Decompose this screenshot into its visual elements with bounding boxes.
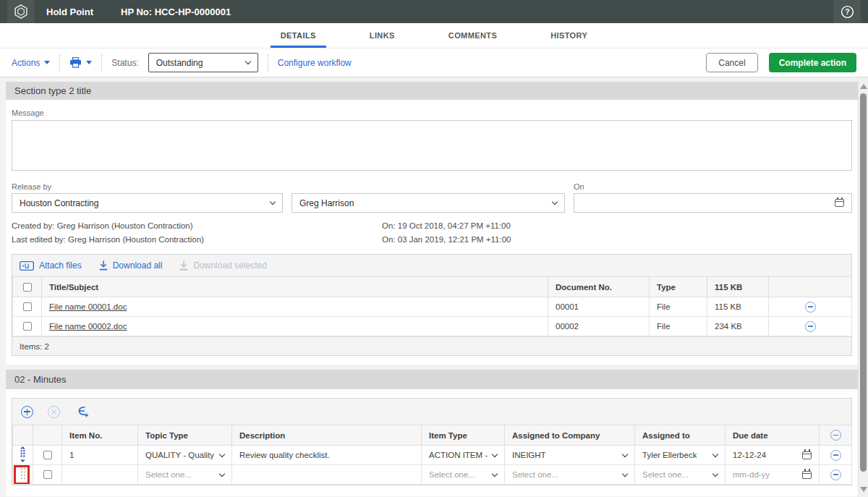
scroll-down-icon[interactable] bbox=[860, 487, 867, 492]
status-label: Status: bbox=[111, 58, 138, 68]
download-icon bbox=[179, 260, 188, 271]
link-item-icon[interactable] bbox=[75, 406, 90, 418]
release-user-select[interactable]: Greg Harrison bbox=[292, 193, 565, 213]
download-selected-label: Download selected bbox=[193, 260, 266, 271]
message-textarea[interactable] bbox=[12, 120, 852, 171]
item-type-select[interactable]: Select one... bbox=[429, 470, 497, 479]
due-date-value: 12-12-24 bbox=[733, 451, 766, 459]
assigned-company-select[interactable]: INEIGHT bbox=[512, 451, 627, 459]
release-company-select[interactable]: Houston Contracting bbox=[12, 193, 283, 213]
attachments-panel: Attach files Download all bbox=[12, 254, 852, 356]
scroll-up-icon[interactable] bbox=[860, 84, 867, 89]
status-select[interactable]: Outstanding bbox=[148, 53, 258, 72]
topic-type-select[interactable]: Select one... bbox=[145, 470, 224, 479]
minutes-table: Item No. Topic Type Description Item Typ… bbox=[12, 425, 852, 485]
chevron-down-icon bbox=[622, 451, 628, 456]
tab-history[interactable]: HISTORY bbox=[540, 23, 597, 48]
app-logo bbox=[7, 0, 35, 23]
minutes-section-title: 02 - Minutes bbox=[14, 374, 67, 385]
on-date-input[interactable] bbox=[574, 193, 852, 213]
calendar-icon[interactable] bbox=[802, 471, 812, 479]
column-topic-type: Topic Type bbox=[138, 425, 232, 446]
column-due-date: Due date bbox=[726, 425, 820, 446]
due-date-input[interactable]: 12-12-24 bbox=[733, 451, 812, 459]
assigned-to-select[interactable]: Tyler Ellerbeck bbox=[642, 451, 718, 459]
minutes-row-new: Select one... Select one... bbox=[13, 465, 852, 485]
calendar-icon[interactable] bbox=[802, 451, 812, 459]
chevron-down-icon bbox=[44, 61, 50, 64]
help-button[interactable]: ? bbox=[833, 0, 861, 23]
download-selected-button[interactable]: Download selected bbox=[179, 260, 266, 271]
minutes-panel: Item No. Topic Type Description Item Typ… bbox=[12, 398, 852, 485]
vertical-scrollbar[interactable] bbox=[858, 77, 868, 497]
row-checkbox[interactable] bbox=[23, 302, 32, 311]
column-actions bbox=[769, 277, 852, 297]
column-document-no: Document No. bbox=[548, 277, 650, 297]
attach-files-label: Attach files bbox=[39, 260, 82, 271]
file-size: 115 KB bbox=[707, 297, 769, 317]
due-date-input[interactable]: mm-dd-yy bbox=[733, 470, 812, 479]
actions-label: Actions bbox=[12, 58, 40, 68]
calendar-icon[interactable] bbox=[835, 199, 844, 207]
minutes-section-body: Item No. Topic Type Description Item Typ… bbox=[6, 389, 858, 496]
assigned-company-select[interactable]: Select one... bbox=[512, 470, 627, 479]
tab-bar: DETAILS LINKS COMMENTS HISTORY bbox=[0, 23, 868, 48]
remove-file-icon[interactable] bbox=[805, 302, 816, 313]
tab-comments[interactable]: COMMENTS bbox=[438, 23, 507, 48]
row-checkbox[interactable] bbox=[43, 470, 52, 479]
item-type-select[interactable]: ACTION ITEM - Actio bbox=[429, 451, 497, 459]
section-header-minutes: 02 - Minutes bbox=[6, 370, 858, 389]
chevron-down-icon bbox=[492, 470, 498, 476]
chevron-down-icon bbox=[492, 451, 498, 456]
file-link[interactable]: File name 00002.doc bbox=[49, 322, 127, 331]
file-row: File name 00001.doc 00001 File 115 KB bbox=[13, 297, 852, 317]
attachments-header-row: Title/Subject Document No. Type 115 KB bbox=[13, 277, 852, 297]
delete-row-icon[interactable] bbox=[45, 403, 62, 420]
message-label: Message bbox=[12, 109, 852, 117]
attach-files-button[interactable]: Attach files bbox=[20, 260, 82, 271]
tab-links[interactable]: LINKS bbox=[359, 23, 405, 48]
remove-file-icon[interactable] bbox=[805, 321, 816, 332]
file-doc-no: 00002 bbox=[548, 317, 650, 336]
row-checkbox[interactable] bbox=[43, 451, 52, 459]
topic-type-select[interactable]: QUALITY - Quality bbox=[145, 451, 224, 459]
drag-handle-icon[interactable] bbox=[19, 446, 27, 462]
column-assigned-to: Assigned to bbox=[635, 425, 726, 446]
select-all-checkbox[interactable] bbox=[23, 283, 32, 292]
separator bbox=[101, 54, 102, 72]
minutes-header-row: Item No. Topic Type Description Item Typ… bbox=[13, 425, 852, 446]
minutes-row: 1 QUALITY - Quality Review quality check… bbox=[13, 446, 852, 465]
release-user-value: Greg Harrison bbox=[299, 198, 354, 208]
complete-action-button[interactable]: Complete action bbox=[769, 53, 856, 72]
item-no-cell: 1 bbox=[62, 446, 138, 465]
remove-row-icon[interactable] bbox=[830, 450, 841, 461]
column-item-no: Item No. bbox=[62, 425, 138, 446]
actions-menu-button[interactable]: Actions bbox=[12, 58, 50, 68]
download-all-button[interactable]: Download all bbox=[99, 260, 163, 271]
print-menu-button[interactable] bbox=[69, 57, 92, 68]
assigned-to-select[interactable]: Select one... bbox=[642, 470, 718, 479]
status-value: Outstanding bbox=[156, 58, 203, 68]
scrollbar-thumb[interactable] bbox=[860, 93, 867, 472]
row-checkbox[interactable] bbox=[23, 322, 32, 331]
topic-type-value: QUALITY - Quality bbox=[145, 451, 214, 459]
tab-details[interactable]: DETAILS bbox=[271, 23, 326, 48]
description-cell[interactable] bbox=[232, 465, 422, 485]
last-edited-by-text: Last edited by: Greg Harrison (Houston C… bbox=[12, 235, 382, 244]
drag-handle-icon[interactable] bbox=[19, 467, 27, 480]
file-link[interactable]: File name 00001.doc bbox=[49, 302, 127, 311]
release-company-value: Houston Contracting bbox=[20, 198, 98, 208]
cancel-button[interactable]: Cancel bbox=[706, 53, 757, 72]
chevron-down-icon bbox=[622, 470, 628, 476]
file-doc-no: 00001 bbox=[548, 297, 650, 317]
item-type-value: ACTION ITEM - Actio bbox=[429, 451, 490, 459]
description-cell[interactable]: Review quality checklist. bbox=[232, 446, 422, 465]
remove-row-icon[interactable] bbox=[830, 470, 841, 480]
add-row-icon[interactable] bbox=[21, 406, 33, 418]
chevron-down-icon bbox=[219, 470, 225, 476]
on-label: On bbox=[574, 182, 852, 191]
assigned-to-placeholder: Select one... bbox=[642, 470, 689, 479]
action-toolbar: Actions Status: Outstanding Configure wo… bbox=[0, 48, 868, 77]
configure-workflow-link[interactable]: Configure workflow bbox=[278, 58, 352, 68]
separator bbox=[268, 54, 268, 72]
